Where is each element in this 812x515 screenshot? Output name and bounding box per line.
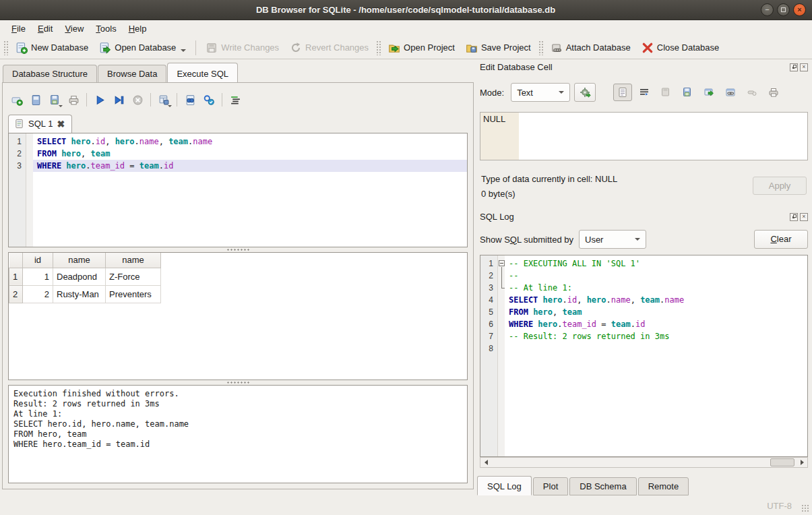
export-results-dropdown-icon[interactable] [168, 105, 172, 107]
menu-edit[interactable]: Edit [32, 22, 59, 36]
table-row[interactable]: 2 2 Rusty-Man Preventers [9, 285, 161, 303]
cell-value-editor[interactable]: NULL [480, 112, 808, 160]
tab-execute-sql[interactable]: Execute SQL [167, 63, 238, 82]
sql-editor[interactable]: 1 2 3 SELECT hero.id, hero.name, team.na… [8, 133, 468, 247]
cell-team-name[interactable]: Z-Force [106, 268, 161, 285]
row-header[interactable]: 2 [9, 285, 23, 303]
save-cell-as-button[interactable] [678, 84, 697, 101]
results-corner-header[interactable] [9, 253, 23, 268]
scrollbar-thumb[interactable] [770, 458, 794, 466]
cell-size-text: 0 byte(s) [481, 189, 516, 199]
fold-collapse-icon[interactable] [499, 260, 505, 266]
new-sql-tab-button[interactable] [8, 91, 26, 109]
results-col-id[interactable]: id [23, 253, 53, 268]
open-sql-file-button[interactable] [27, 91, 44, 109]
sql-editor-line-numbers: 1 2 3 [9, 133, 26, 247]
scroll-right-arrow-icon[interactable] [797, 458, 807, 467]
close-button[interactable]: × [793, 3, 806, 16]
close-dock-icon[interactable]: × [800, 213, 808, 221]
editor-results-splitter[interactable] [8, 247, 468, 252]
syntax-check-button[interactable] [200, 91, 218, 109]
right-panel: Edit Database Cell × Mode: Text [476, 59, 812, 496]
save-project-button[interactable]: Save Project [460, 39, 536, 57]
execute-current-line-button[interactable] [110, 91, 127, 109]
open-database-button[interactable]: Open Database [94, 39, 191, 57]
export-cell-button[interactable] [699, 84, 718, 101]
encoding-indicator[interactable]: UTF-8 [767, 501, 792, 511]
tab-database-structure[interactable]: Database Structure [3, 65, 97, 82]
execute-all-icon [94, 94, 106, 106]
attach-database-button[interactable]: Attach Database [545, 39, 636, 57]
revert-changes-icon [290, 42, 302, 54]
menu-tools[interactable]: Tools [90, 22, 122, 36]
sql-log-view[interactable]: 12 34 56 78 -- EXECUTING ALL IN 'SQL 1' … [480, 255, 808, 457]
sql1-subtab[interactable]: SQL 1 ✖ [8, 115, 72, 133]
close-dock-icon[interactable]: × [800, 63, 808, 71]
cell-team-name[interactable]: Preventers [106, 285, 161, 303]
cell-id[interactable]: 2 [23, 285, 53, 303]
float-dock-icon[interactable] [790, 63, 798, 71]
minimize-button[interactable]: − [761, 3, 774, 16]
print-cell-icon [768, 87, 779, 98]
open-file-in-cell-button [656, 84, 675, 101]
cell-hero-name[interactable]: Rusty-Man [53, 285, 106, 303]
close-sql1-tab-icon[interactable]: ✖ [57, 119, 65, 129]
cell-id[interactable]: 1 [23, 268, 53, 285]
float-dock-icon[interactable] [790, 213, 798, 221]
toolbar-grip[interactable] [538, 40, 543, 55]
text-mode-button[interactable] [613, 84, 632, 101]
menu-view[interactable]: View [59, 22, 90, 36]
cell-mode-row: Mode: Text [480, 82, 808, 102]
import-in-cell-button[interactable] [574, 83, 596, 102]
log-line: -- Result: 2 rows returned in 3ms [505, 330, 807, 342]
maximize-button[interactable] [777, 3, 790, 16]
sql-editor-content[interactable]: SELECT hero.id, hero.name, team.name FRO… [33, 133, 467, 247]
resize-grip-icon[interactable] [801, 504, 809, 512]
execute-all-button[interactable] [91, 91, 108, 109]
execution-message[interactable]: Execution finished without errors. Resul… [8, 385, 468, 483]
save-as-icon [682, 87, 693, 98]
tab-db-schema[interactable]: DB Schema [569, 477, 636, 495]
menu-file[interactable]: File [5, 22, 32, 36]
print-sql-button[interactable] [65, 91, 82, 109]
row-header[interactable]: 1 [9, 268, 23, 285]
auto-indent-button[interactable] [226, 91, 244, 109]
toolbar-grip[interactable] [3, 40, 8, 55]
results-col-name1[interactable]: name [53, 253, 106, 268]
results-col-name2[interactable]: name [106, 253, 161, 268]
table-row[interactable]: 1 1 Deadpond Z-Force [9, 268, 161, 285]
print-cell-button[interactable] [764, 84, 783, 101]
results-grid[interactable]: id name name 1 1 Deadpond Z-Force 2 [8, 252, 468, 380]
open-project-button[interactable]: Open Project [383, 39, 460, 57]
tab-remote[interactable]: Remote [638, 477, 689, 495]
set-null-button [743, 84, 761, 101]
sql-log-hscrollbar[interactable] [480, 457, 808, 468]
cell-hero-name[interactable]: Deadpond [53, 268, 106, 285]
titlebar[interactable]: DB Browser for SQLite - /home/user/code/… [0, 0, 812, 20]
find-in-sql-button[interactable] [181, 91, 199, 109]
cell-toolbar [613, 84, 783, 101]
tab-browse-data[interactable]: Browse Data [98, 65, 166, 82]
clear-log-button[interactable]: Clear [754, 230, 808, 249]
close-database-icon [642, 42, 654, 54]
tab-sql-log[interactable]: SQL Log [477, 476, 532, 495]
menu-help[interactable]: Help [123, 22, 153, 36]
tab-plot[interactable]: Plot [533, 477, 568, 495]
save-sql-dropdown-icon[interactable] [59, 105, 63, 107]
save-sql-file-button[interactable] [46, 91, 63, 109]
sql-log-content[interactable]: -- EXECUTING ALL IN 'SQL 1' -- -- At lin… [505, 255, 807, 456]
toolbar-grip[interactable] [376, 40, 381, 55]
cell-value: NULL [483, 114, 505, 124]
chevron-down-icon [559, 91, 564, 94]
mode-select[interactable]: Text [511, 83, 570, 102]
word-wrap-button[interactable] [635, 84, 654, 101]
new-database-button[interactable]: New Database [10, 39, 94, 57]
open-in-window-button[interactable] [721, 84, 740, 101]
submitter-select[interactable]: User [579, 230, 646, 249]
open-database-dropdown-icon[interactable] [181, 49, 186, 52]
new-sql-tab-icon [11, 94, 23, 106]
results-message-splitter[interactable] [8, 380, 468, 385]
close-database-button[interactable]: Close Database [636, 39, 725, 57]
export-results-button[interactable] [155, 91, 173, 109]
scroll-left-arrow-icon[interactable] [480, 458, 491, 467]
